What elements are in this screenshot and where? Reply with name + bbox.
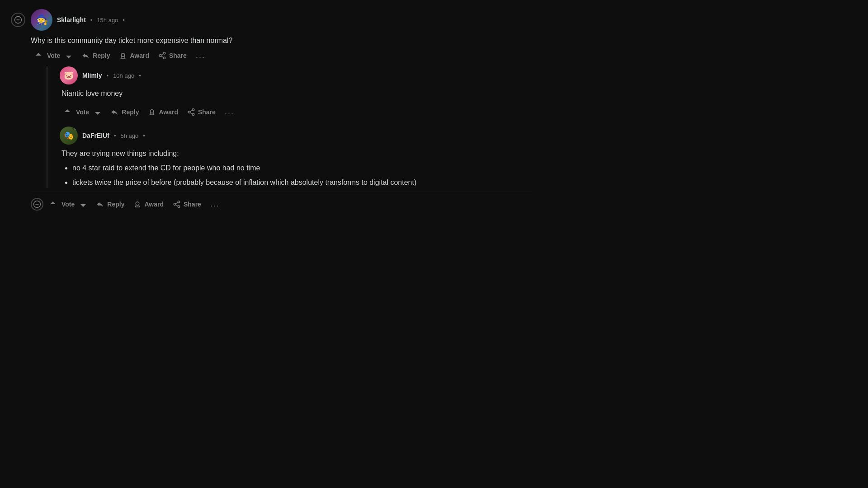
svg-rect-5 xyxy=(35,204,39,205)
more-button[interactable]: ... xyxy=(207,197,223,211)
username: DaFrElUf xyxy=(82,132,109,139)
more-button[interactable]: ... xyxy=(192,48,209,63)
svg-rect-1 xyxy=(16,19,20,20)
bullet-list: no 4 star raid to extend the CD for peop… xyxy=(61,163,532,188)
vote-label: Vote xyxy=(47,52,60,59)
award-button[interactable]: Award xyxy=(130,197,167,211)
share-button[interactable]: Share xyxy=(155,49,190,62)
upvote-icon xyxy=(34,52,42,60)
comment-body: Why is this community day ticket more ex… xyxy=(31,35,532,46)
share-icon xyxy=(158,52,166,60)
upvote-button[interactable] xyxy=(45,197,61,211)
avatar: 🧙 xyxy=(31,9,52,31)
upvote-button[interactable] xyxy=(31,49,46,62)
vote-group: Vote xyxy=(45,197,91,211)
timestamp: 15h ago xyxy=(97,17,118,23)
award-icon xyxy=(133,200,142,208)
downvote-button[interactable] xyxy=(61,49,76,62)
nested-section: 🐷 Mlimly • 10h ago • Niantic love money xyxy=(31,66,532,188)
separator-dot2: • xyxy=(123,17,125,23)
reply-button[interactable]: Reply xyxy=(107,105,142,119)
separator-dot: • xyxy=(107,72,109,79)
downvote-button[interactable] xyxy=(75,197,91,211)
downvote-icon xyxy=(65,52,73,60)
action-bar: Vote Reply xyxy=(31,48,532,63)
bottom-action-bar: Vote Reply xyxy=(31,192,532,216)
username: Mlimly xyxy=(82,72,102,79)
minus-icon xyxy=(14,16,22,24)
share-button[interactable]: Share xyxy=(169,197,205,211)
award-button[interactable]: Award xyxy=(144,105,182,119)
upvote-button[interactable] xyxy=(60,105,75,119)
vote-group: Vote xyxy=(31,49,76,62)
svg-point-6 xyxy=(136,202,140,205)
avatar: 🎭 xyxy=(60,127,78,145)
award-icon xyxy=(119,52,127,60)
downvote-button[interactable] xyxy=(90,105,105,119)
nested-comments: 🐷 Mlimly • 10h ago • Niantic love money xyxy=(52,66,532,188)
nested-comment: 🐷 Mlimly • 10h ago • Niantic love money xyxy=(60,66,532,119)
comment-body-container: They are trying new things including: no… xyxy=(60,148,532,188)
avatar: 🐷 xyxy=(60,66,78,84)
list-item: tickets twice the price of before (proba… xyxy=(72,177,532,188)
reply-icon xyxy=(82,52,90,60)
nested-comment-header: 🐷 Mlimly • 10h ago • xyxy=(60,66,532,84)
action-bar: Vote Re xyxy=(60,104,532,119)
reply-button[interactable]: Reply xyxy=(93,197,128,211)
reply-button[interactable]: Reply xyxy=(78,49,113,62)
award-button[interactable]: Award xyxy=(115,49,153,62)
username: Sklarlight xyxy=(57,16,86,23)
svg-point-2 xyxy=(122,53,125,56)
upvote-icon xyxy=(63,108,71,116)
downvote-icon xyxy=(94,108,102,116)
collapse-button[interactable] xyxy=(11,13,25,27)
svg-point-3 xyxy=(151,109,154,113)
share-icon xyxy=(187,108,195,116)
comment-body: Niantic love money xyxy=(60,88,532,99)
separator-dot2: • xyxy=(143,132,145,139)
minus-icon-2 xyxy=(33,200,41,208)
separator-dot2: • xyxy=(139,72,141,79)
thread-line-container xyxy=(31,66,52,188)
collapse-button-2[interactable] xyxy=(31,198,43,211)
downvote-icon xyxy=(79,200,87,208)
timestamp: 10h ago xyxy=(113,72,134,79)
share-button[interactable]: Share xyxy=(184,105,219,119)
separator-dot: • xyxy=(114,132,116,139)
timestamp: 5h ago xyxy=(120,132,138,139)
award-icon xyxy=(148,108,156,116)
vote-group: Vote xyxy=(60,105,105,119)
list-item: no 4 star raid to extend the CD for peop… xyxy=(72,163,532,174)
nested-comment: 🎭 DaFrElUf • 5h ago • They are trying ne… xyxy=(60,127,532,188)
reply-icon xyxy=(111,108,119,116)
comment-header: 🧙 Sklarlight • 15h ago • xyxy=(31,9,532,31)
thread-line xyxy=(47,66,47,188)
comment-body-intro: They are trying new things including: xyxy=(61,148,532,159)
upvote-icon xyxy=(49,200,57,208)
separator-dot: • xyxy=(90,17,93,23)
reply-icon xyxy=(96,200,104,208)
share-icon xyxy=(173,200,181,208)
nested-comment-header: 🎭 DaFrElUf • 5h ago • xyxy=(60,127,532,145)
more-button[interactable]: ... xyxy=(221,104,238,119)
vote-label: Vote xyxy=(61,201,75,208)
vote-label: Vote xyxy=(76,108,89,116)
